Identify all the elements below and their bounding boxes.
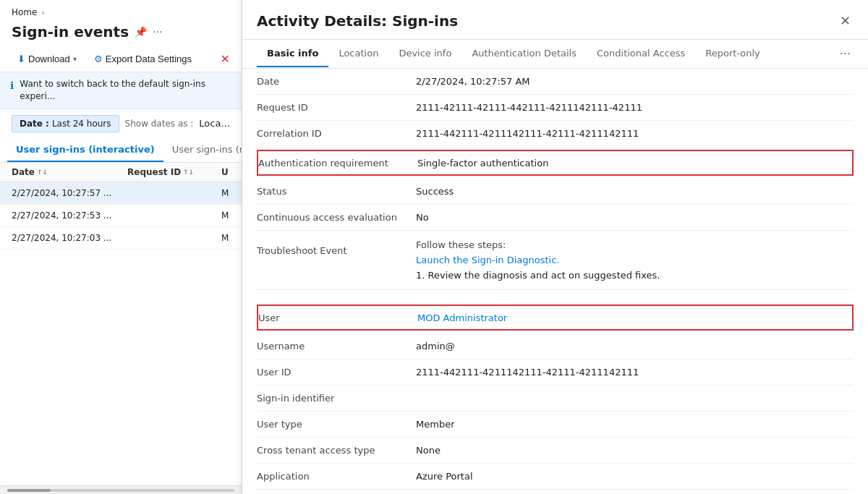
detail-continuous-access-value: No	[416, 206, 854, 229]
info-banner: ℹ Want to switch back to the default sig…	[0, 72, 242, 109]
troubleshoot-note: 1. Review the diagnosis and act on sugge…	[416, 270, 854, 281]
table-body: 2/27/2024, 10:27:57 ... M 2/27/2024, 10:…	[0, 182, 242, 485]
modal-close-button[interactable]: ✕	[837, 12, 854, 30]
panel-header: Sign-in events 📌 ···	[0, 20, 242, 46]
cell-u-0: M	[221, 188, 242, 198]
scrollbar-thumb	[7, 489, 51, 492]
scrollbar-track	[7, 489, 234, 492]
detail-table: Date 2/27/2024, 10:27:57 AM Request ID 2…	[257, 69, 854, 490]
detail-user-label: User	[258, 307, 417, 329]
table-row[interactable]: 2/27/2024, 10:27:57 ... M	[0, 182, 242, 205]
cell-requestid-1	[127, 210, 221, 221]
section-divider	[257, 290, 854, 302]
left-panel: Home › Sign-in events 📌 ··· ⬇ Download ▾…	[0, 0, 242, 494]
detail-auth-requirement-value: Single-factor authentication	[417, 152, 852, 174]
download-caret-icon: ▾	[73, 55, 77, 63]
col-header-requestid[interactable]: Request ID ↑↓	[127, 167, 221, 177]
cell-requestid-0	[127, 188, 221, 198]
tab-authentication-details[interactable]: Authentication Details	[461, 41, 587, 67]
detail-requestid-row: Request ID 2111-42111-42111-442111-42111…	[257, 95, 854, 121]
table-header: Date ↑↓ Request ID ↑↓ U	[0, 163, 242, 182]
detail-usertype-value: Member	[416, 413, 854, 435]
toolbar: ⬇ Download ▾ ⚙ Export Data Settings ✕	[0, 46, 242, 72]
breadcrumb-home[interactable]: Home	[12, 7, 37, 17]
troubleshoot-steps-label: Follow these steps:	[416, 239, 854, 250]
left-tabs-row: User sign-ins (interactive) User sign-in…	[0, 138, 242, 163]
detail-requestid-value: 2111-42111-42111-442111-4211142111-42111	[416, 96, 854, 119]
detail-correlationid-row: Correlation ID 2111-442111-4211142111-42…	[257, 121, 854, 147]
detail-cross-tenant-row: Cross tenant access type None	[257, 438, 854, 464]
export-settings-button[interactable]: ⚙ Export Data Settings	[88, 51, 197, 67]
detail-status-value: Success	[416, 180, 854, 203]
date-filter-chip[interactable]: Date : Last 24 hours	[12, 115, 119, 132]
export-settings-label: Export Data Settings	[106, 54, 192, 64]
detail-usertype-label: User type	[257, 413, 416, 435]
download-icon: ⬇	[17, 54, 25, 64]
date-filter-label: Date :	[20, 119, 49, 129]
table-row[interactable]: 2/27/2024, 10:27:03 ... M	[0, 227, 242, 250]
detail-cross-tenant-value: None	[416, 439, 854, 461]
activity-details-panel: Activity Details: Sign-ins ✕ Basic info …	[242, 0, 868, 494]
tab-location[interactable]: Location	[328, 41, 388, 67]
col-header-u: U	[221, 167, 242, 177]
tab-conditional-access[interactable]: Conditional Access	[587, 41, 695, 67]
cell-u-1: M	[221, 210, 242, 221]
detail-username-label: Username	[257, 335, 416, 357]
cell-date-1: 2/27/2024, 10:27:53 ...	[12, 210, 127, 221]
detail-userid-row: User ID 2111-442111-4211142111-42111-421…	[257, 359, 854, 386]
table-row[interactable]: 2/27/2024, 10:27:53 ... M	[0, 205, 242, 227]
tab-more-icon[interactable]: ···	[837, 40, 854, 68]
pin-icon[interactable]: 📌	[135, 26, 147, 38]
detail-troubleshoot-label: Troubleshoot Event	[257, 239, 416, 281]
cell-requestid-2	[127, 233, 221, 243]
detail-user-value[interactable]: MOD Administrator	[417, 307, 852, 329]
horizontal-scrollbar[interactable]	[0, 485, 242, 494]
detail-cross-tenant-label: Cross tenant access type	[257, 439, 416, 461]
col-header-date[interactable]: Date ↑↓	[12, 167, 127, 177]
gear-icon: ⚙	[94, 54, 103, 64]
tab-non-interactive[interactable]: User sign-ins (non...	[163, 138, 242, 162]
detail-continuous-access-label: Continuous access evaluation	[257, 206, 416, 229]
filter-bar: Date : Last 24 hours Show dates as : Loc…	[0, 109, 242, 138]
filter-separator: Show dates as :	[125, 119, 194, 129]
cell-date-2: 2/27/2024, 10:27:03 ...	[12, 233, 127, 243]
toolbar-close-icon[interactable]: ✕	[221, 52, 230, 66]
detail-status-row: Status Success	[257, 179, 854, 205]
troubleshoot-link[interactable]: Launch the Sign-in Diagnostic.	[416, 255, 854, 265]
detail-usertype-row: User type Member	[257, 412, 854, 438]
detail-auth-requirement-label: Authentication requirement	[258, 152, 417, 174]
sort-icon-date: ↑↓	[37, 169, 48, 176]
locale-value: Loca...	[199, 118, 229, 129]
detail-troubleshoot-row: Troubleshoot Event Follow these steps: L…	[257, 231, 854, 290]
modal-title: Activity Details: Sign-ins	[257, 12, 458, 30]
detail-signin-identifier-value	[416, 393, 854, 404]
sort-icon-requestid: ↑↓	[183, 169, 194, 176]
tab-report-only[interactable]: Report-only	[695, 41, 770, 67]
download-button[interactable]: ⬇ Download ▾	[12, 51, 82, 67]
info-icon: ℹ	[10, 79, 14, 93]
detail-user-row: User MOD Administrator	[257, 305, 854, 331]
tab-interactive[interactable]: User sign-ins (interactive)	[7, 138, 163, 162]
modal-body: Date 2/27/2024, 10:27:57 AM Request ID 2…	[242, 69, 868, 494]
detail-continuous-access-row: Continuous access evaluation No	[257, 205, 854, 231]
detail-userid-value: 2111-442111-4211142111-42111-4211142111	[416, 361, 854, 383]
breadcrumb-chevron: ›	[41, 8, 44, 17]
troubleshoot-content: Follow these steps: Launch the Sign-in D…	[416, 239, 854, 281]
detail-auth-requirement-row: Authentication requirement Single-factor…	[257, 150, 854, 176]
modal-header: Activity Details: Sign-ins ✕	[242, 0, 868, 40]
detail-date-value: 2/27/2024, 10:27:57 AM	[416, 70, 854, 93]
detail-signin-identifier-row: Sign-in identifier	[257, 386, 854, 412]
tab-basic-info[interactable]: Basic info	[257, 41, 328, 67]
detail-date-row: Date 2/27/2024, 10:27:57 AM	[257, 69, 854, 95]
detail-application-label: Application	[257, 465, 416, 487]
cell-u-2: M	[221, 233, 242, 243]
tab-device-info[interactable]: Device info	[388, 41, 461, 67]
detail-correlationid-value: 2111-442111-4211142111-42111-4211142111	[416, 122, 854, 145]
detail-date-label: Date	[257, 70, 416, 93]
breadcrumb: Home ›	[0, 0, 242, 20]
cell-date-0: 2/27/2024, 10:27:57 ...	[12, 188, 127, 198]
detail-signin-identifier-label: Sign-in identifier	[257, 387, 416, 409]
detail-requestid-label: Request ID	[257, 96, 416, 119]
date-filter-value: Last 24 hours	[52, 119, 111, 129]
more-options-icon[interactable]: ···	[153, 26, 162, 38]
